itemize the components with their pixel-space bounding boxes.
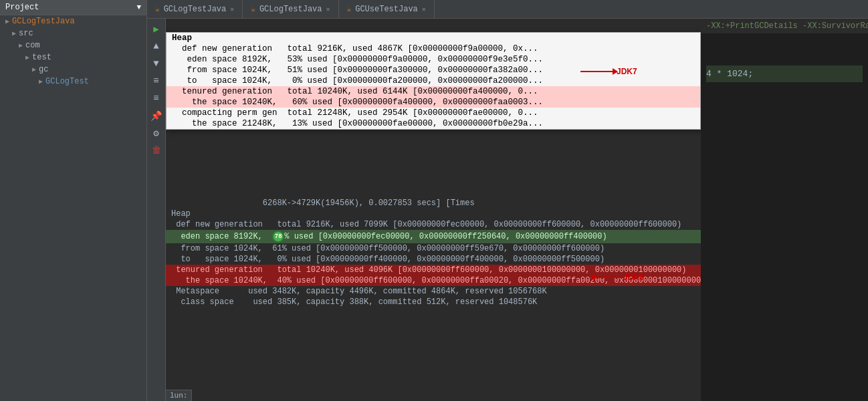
tree-arrow-icon3: ▶	[19, 41, 23, 49]
jdk8-annotation: JDK8	[594, 273, 644, 282]
tree-item-label3: com	[25, 41, 40, 50]
tab-label-3: GCUseTestJava	[355, 5, 418, 14]
tab-gclog1[interactable]: ☕ GCLogTestJava ✕	[147, 0, 243, 18]
tab-gcuse[interactable]: ☕ GCUseTestJava ✕	[339, 0, 435, 18]
tree-item-1[interactable]: ▶ GCLogTestJava	[0, 15, 146, 27]
green-circle-indicator: 78	[272, 231, 284, 243]
project-header[interactable]: Project ▼	[0, 0, 146, 15]
delete-button[interactable]: 🗑	[149, 143, 164, 158]
tree-arrow-icon2: ▶	[12, 29, 16, 37]
heap-line-7: compacting perm gen total 21248K, used 2…	[167, 108, 700, 118]
jdk7-arrow-line	[580, 71, 614, 72]
up-button[interactable]: ▲	[149, 39, 164, 53]
code-text-1: 4 * 1024;	[706, 69, 753, 79]
project-expand-icon[interactable]: ▼	[136, 3, 141, 11]
bottom-prefix-line: 6268K->4729K(19456K), 0.0027853 secs] [T…	[166, 198, 701, 209]
tree-arrow-icon6: ▶	[39, 78, 43, 86]
tree-arrow-icon4: ▶	[25, 53, 29, 61]
split-pane: ▶ ▲ ▼ ≡ ≡ 📌 ⚙ 🗑 Heap def new generation …	[147, 19, 868, 401]
tab-close-1[interactable]: ✕	[230, 5, 234, 13]
tab-label-2: GCLogTestJava	[259, 5, 322, 14]
heap-line-4: to space 1024K, 0% used [0x00000000fa200…	[167, 76, 700, 86]
right-panel: -XX:+PrintGCDetails -XX:SurvivorRatio=8 …	[701, 19, 868, 401]
bottom-line-metaspace: Metaspace used 3482K, capacity 4496K, co…	[166, 286, 701, 297]
bottom-gc-section: 6268K->4729K(19456K), 0.0027853 secs] [T…	[166, 198, 701, 307]
left-toolbar: ▶ ▲ ▼ ≡ ≡ 📌 ⚙ 🗑	[147, 19, 166, 401]
right-panel-header: -XX:+PrintGCDetails -XX:SurvivorRatio=8 …	[701, 19, 868, 33]
bottom-line-to: to space 1024K, 0% used [0x00000000ff400…	[166, 254, 701, 265]
tree-item-5[interactable]: ▶ gc	[0, 63, 146, 76]
bottom-line-from: from space 1024K, 61% used [0x00000000ff…	[166, 243, 701, 254]
tree-item-label: GCLogTestJava	[12, 17, 75, 26]
bottom-line-defnew: def new generation total 9216K, used 709…	[166, 219, 701, 230]
pin-button[interactable]: 📌	[149, 108, 164, 123]
jdk7-highlight-region: 4 * 1024;	[706, 65, 863, 82]
settings-button[interactable]: ⚙	[149, 126, 164, 140]
jdk8-label: JDK8	[623, 273, 644, 282]
jdk8-arrow-line	[594, 277, 621, 278]
heap-line-1: def new generation total 9216K, used 486…	[167, 43, 700, 54]
tab-gclog2[interactable]: ☕ GCLogTestJava ✕	[243, 0, 338, 18]
jdk7-label: JDK7	[617, 67, 637, 76]
heap-line-2: eden space 8192K, 53% used [0x00000000f9…	[167, 54, 700, 65]
bottom-line-classspace: class space used 385K, capacity 388K, co…	[166, 297, 701, 307]
tree-item-6[interactable]: ▶ GCLogTest	[0, 76, 146, 88]
run-label: lun:	[166, 390, 192, 401]
left-panel: Heap def new generation total 9216K, use…	[166, 19, 701, 401]
list2-button[interactable]: ≡	[149, 91, 164, 106]
heap-line-8: the space 21248K, 13% used [0x00000000fa…	[167, 118, 700, 129]
down-button[interactable]: ▼	[149, 56, 164, 71]
tree-item-2[interactable]: ▶ src	[0, 27, 146, 39]
right-header-text: -XX:+PrintGCDetails -XX:SurvivorRatio=8 …	[706, 21, 868, 31]
heap-line-6: the space 10240K, 60% used [0x00000000fa…	[167, 97, 700, 108]
tree-arrow-icon: ▶	[5, 17, 9, 25]
bottom-line-eden: eden space 8192K, 78% used [0x00000000fe…	[166, 230, 701, 243]
code-line-1: 4 * 1024;	[706, 68, 863, 80]
tab-bar: ☕ GCLogTestJava ✕ ☕ GCLogTestJava ✕ ☕ GC…	[147, 0, 868, 19]
tree-item-label2: src	[19, 29, 33, 38]
tree-item-label4: test	[32, 53, 51, 62]
project-sidebar: Project ▼ ▶ GCLogTestJava ▶ src ▶ com ▶ …	[0, 0, 147, 401]
main-content: ☕ GCLogTestJava ✕ ☕ GCLogTestJava ✕ ☕ GC…	[147, 0, 868, 401]
tree-item-3[interactable]: ▶ com	[0, 39, 146, 51]
tab-label-1: GCLogTestJava	[164, 5, 227, 14]
heap-popup: Heap def new generation total 9216K, use…	[166, 32, 701, 130]
jdk8-arrowhead	[590, 274, 595, 281]
tree-item-label6: GCLogTest	[45, 77, 89, 86]
jdk7-annotation: JDK7	[580, 67, 637, 76]
jdk7-arrowhead	[613, 68, 618, 75]
tree-arrow-icon5: ▶	[32, 65, 36, 74]
heap-title: Heap	[167, 33, 700, 43]
right-panel-content: 4 * 1024;	[701, 33, 868, 88]
bottom-heap-title: Heap	[166, 209, 701, 219]
tab-close-3[interactable]: ✕	[422, 5, 426, 13]
heap-line-5: tenured generation total 10240K, used 61…	[167, 86, 700, 97]
tree-item-label5: gc	[39, 65, 48, 74]
list-button[interactable]: ≡	[149, 74, 164, 88]
run-button[interactable]: ▶	[149, 21, 164, 36]
tree-item-4[interactable]: ▶ test	[0, 51, 146, 63]
tab-close-2[interactable]: ✕	[326, 5, 330, 13]
project-label: Project	[5, 3, 39, 12]
